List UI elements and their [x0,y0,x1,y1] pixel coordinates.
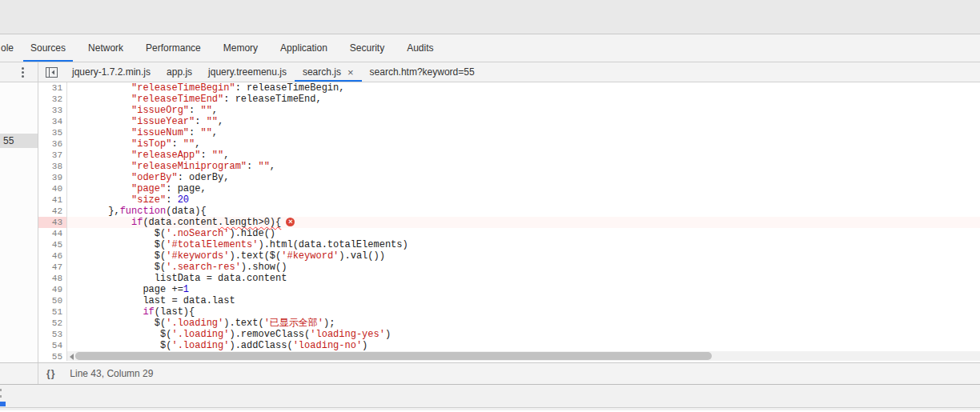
code-token: "releaseMiniprogram" [131,161,247,172]
code-line[interactable]: 40 "page": page, [38,183,980,194]
code-line[interactable]: 49 page +=1 [38,284,980,295]
code-line-text: $('#totalElements').html(data.totalEleme… [67,239,408,250]
horizontal-scrollbar[interactable] [67,351,980,361]
error-icon[interactable]: × [286,218,295,226]
line-number[interactable]: 31 [38,82,67,94]
code-line[interactable]: 42 },function(data){ [38,206,980,217]
line-number[interactable]: 34 [38,116,67,127]
line-number[interactable]: 38 [38,161,67,172]
line-number[interactable]: 52 [38,318,67,329]
code-line[interactable]: 37 "releaseApp": "", [38,150,980,161]
code-line[interactable]: 50 last = data.last [38,295,980,306]
code-token: (last){ [155,306,195,318]
file-tab-label: jquery-1.7.2.min.js [72,66,151,78]
line-number[interactable]: 35 [38,127,67,138]
editor-last-row: 55 [38,351,980,361]
line-number[interactable]: 53 [38,329,67,340]
file-tab-search.js[interactable]: search.js× [295,62,362,82]
code-token: ).addClass( [229,340,292,351]
code-line[interactable]: 53 $('.loading').removeClass('loading-ye… [38,329,980,340]
main-tab-network[interactable]: Network [81,34,131,62]
line-number[interactable]: 39 [38,172,67,183]
code-line[interactable]: 32 "releaseTimeEnd": releaseTimeEnd, [38,94,980,105]
code-token: , [212,105,218,116]
main-tab-sources[interactable]: Sources [23,34,73,62]
code-token: '.noSearch' [166,228,229,239]
code-token: '.search-res' [166,262,241,273]
line-number[interactable]: 48 [38,273,67,284]
code-line[interactable]: 31 "releaseTimeBegin": releaseTimeBegin, [38,82,980,94]
hide-navigator-icon[interactable] [38,62,64,82]
code-token: $( [155,228,166,239]
code-line[interactable]: 38 "releaseMiniprogram": "", [38,161,980,172]
code-token: , [218,116,223,127]
code-line-text: "page": page, [67,183,207,194]
line-number[interactable]: 42 [38,206,67,217]
line-number[interactable]: 50 [38,295,67,306]
close-tab-icon[interactable]: × [347,67,354,78]
code-token: ).show() [241,262,287,273]
code-token: '已显示全部' [264,318,323,329]
scrollbar-thumb[interactable] [75,352,712,360]
code-line[interactable]: 52 $('.loading').text('已显示全部'); [38,318,980,329]
line-number[interactable]: 54 [38,340,67,351]
more-options-kebab-icon[interactable] [22,67,24,78]
line-number[interactable]: 41 [38,194,67,206]
main-tab-security[interactable]: Security [343,34,392,62]
code-line[interactable]: 34 "issueYear": "", [38,116,980,127]
code-line[interactable]: 54 $('.loading').addClass('loading-no') [38,340,980,351]
code-token: : oderBy, [178,172,230,183]
code-line[interactable]: 46 $('#keywords').text($('#keyword').val… [38,250,980,262]
code-token: "issueOrg" [131,105,189,116]
scrollbar-left-arrow-icon[interactable] [70,354,74,360]
line-number[interactable]: 44 [38,228,67,239]
main-tab-audits[interactable]: Audits [400,34,440,62]
line-number[interactable]: 37 [38,150,67,161]
code-token: 'loading-no' [293,340,362,351]
line-number[interactable]: 55 [38,351,67,361]
code-line[interactable]: 39 "oderBy": oderBy, [38,172,980,183]
code-line[interactable]: 48 listData = data.content [38,273,980,284]
code-line[interactable]: 35 "issueNum": "", [38,127,980,138]
line-number[interactable]: 45 [38,239,67,250]
line-number[interactable]: 40 [38,183,67,194]
main-tab-performance[interactable]: Performance [139,34,208,62]
code-editor[interactable]: 31 "releaseTimeBegin": releaseTimeBegin,… [38,82,980,362]
code-line[interactable]: 33 "issueOrg": "", [38,105,980,116]
code-line[interactable]: 44 $('.noSearch').hide() [38,228,980,239]
page-divider-line [0,407,980,408]
file-tab-app.js[interactable]: app.js [159,62,200,82]
line-number[interactable]: 46 [38,250,67,262]
file-tab-search.htm-keyword-55[interactable]: search.htm?keyword=55 [362,62,483,82]
code-token: ) [385,329,391,340]
code-token: "issueNum" [131,127,189,138]
code-line[interactable]: 43 if(data.content.length>0){× [38,217,980,228]
line-number[interactable]: 51 [38,306,67,318]
code-line[interactable]: 51 if(last){ [38,306,980,318]
code-line[interactable]: 36 "isTop": "", [38,138,980,150]
line-number[interactable]: 32 [38,94,67,105]
line-number[interactable]: 49 [38,284,67,295]
code-token: "releaseTimeEnd" [131,94,223,105]
main-tab-application[interactable]: Application [273,34,335,62]
main-tab-ole[interactable]: ole [0,34,15,62]
code-token: : [166,194,177,206]
line-number[interactable]: 47 [38,262,67,273]
code-token: "" [200,127,211,138]
line-number[interactable]: 33 [38,105,67,116]
status-bar: {} Line 43, Column 29 [0,362,980,385]
code-line[interactable]: 47 $('.search-res').show() [38,262,980,273]
code-line[interactable]: 41 "size": 20 [38,194,980,206]
line-number[interactable]: 43 [38,217,67,228]
code-line[interactable]: 45 $('#totalElements').html(data.totalEl… [38,239,980,250]
code-token: 20 [178,194,189,206]
file-tab-label: search.js [303,66,341,78]
pretty-print-icon[interactable]: {} [46,368,55,379]
navigator-item-55[interactable]: 55 [0,134,38,148]
file-tab-jquery.treemenu.js[interactable]: jquery.treemenu.js [200,62,295,82]
code-line-text: $('.loading').text('已显示全部'); [67,318,335,329]
code-token: , [223,150,229,161]
file-tab-jquery-1.7.2.min.js[interactable]: jquery-1.7.2.min.js [64,62,159,82]
main-tab-memory[interactable]: Memory [216,34,265,62]
line-number[interactable]: 36 [38,138,67,150]
